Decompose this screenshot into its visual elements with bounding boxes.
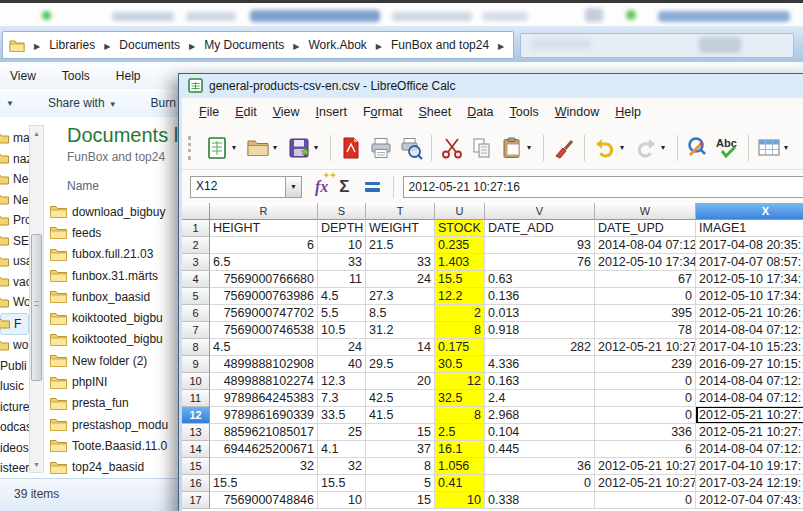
cell-S6[interactable]: 5.5 xyxy=(318,305,366,322)
cell-V8[interactable]: 282 xyxy=(485,339,595,356)
chevron-down-icon[interactable]: ▾ xyxy=(620,143,631,152)
cell-X2[interactable]: 2017-04-08 20:35: xyxy=(696,237,803,254)
chevron-down-icon[interactable]: ▾ xyxy=(784,143,795,152)
tree-item[interactable]: usa xyxy=(0,251,29,272)
row-header-8[interactable]: 8 xyxy=(182,339,210,356)
tree-item[interactable]: naz xyxy=(0,149,29,170)
tree-item[interactable]: Publi xyxy=(0,356,29,377)
cell-R5[interactable]: 7569000763986 xyxy=(210,288,318,305)
cell-V2[interactable]: 93 xyxy=(485,237,595,254)
cell-U4[interactable]: 15.5 xyxy=(435,271,485,288)
row-header-6[interactable]: 6 xyxy=(182,305,210,322)
cell-X11[interactable]: 2014-08-04 07:12: xyxy=(696,390,803,407)
cell-R11[interactable]: 9789864245383 xyxy=(210,390,318,407)
cell-T2[interactable]: 21.5 xyxy=(366,237,435,254)
cell-V5[interactable]: 0.136 xyxy=(485,288,595,305)
tree-item[interactable]: Wo xyxy=(0,292,29,313)
row-header-7[interactable]: 7 xyxy=(182,322,210,339)
calc-menu-help[interactable]: Help xyxy=(607,102,649,122)
search-box-blurred[interactable] xyxy=(520,33,794,58)
menu-view[interactable]: View xyxy=(10,69,36,83)
cell-X8[interactable]: 2017-04-10 15:23: xyxy=(696,339,803,356)
cell-T3[interactable]: 33 xyxy=(366,254,435,271)
cell-R3[interactable]: 6.5 xyxy=(210,254,318,271)
cell-V4[interactable]: 0.63 xyxy=(485,271,595,288)
cell-T13[interactable]: 15 xyxy=(366,424,435,441)
cell-S4[interactable]: 11 xyxy=(318,271,366,288)
cell-S5[interactable]: 4.5 xyxy=(318,288,366,305)
organize-button-cut-icon[interactable]: ▼ xyxy=(6,99,14,108)
breadcrumb-item[interactable]: Documents xyxy=(117,38,182,52)
scroll-down-icon[interactable]: ▼ xyxy=(30,457,43,472)
column-header-U[interactable]: U xyxy=(435,203,485,220)
cell-T16[interactable]: 5 xyxy=(366,475,435,492)
cell-T12[interactable]: 41.5 xyxy=(366,407,435,424)
cell-T6[interactable]: 8.5 xyxy=(366,305,435,322)
cell-T11[interactable]: 42.5 xyxy=(366,390,435,407)
cell-T15[interactable]: 8 xyxy=(366,458,435,475)
cell-S1[interactable]: DEPTH xyxy=(318,220,366,237)
cell-X16[interactable]: 2017-03-24 12:19: xyxy=(696,475,803,492)
calc-menu-insert[interactable]: Insert xyxy=(308,102,355,122)
menu-tools[interactable]: Tools xyxy=(62,69,90,83)
row-header-16[interactable]: 16 xyxy=(182,475,210,492)
formula-equals-icon[interactable] xyxy=(365,182,380,192)
cell-T10[interactable]: 20 xyxy=(366,373,435,390)
sum-icon[interactable]: Σ xyxy=(339,177,349,197)
paste-button[interactable] xyxy=(497,133,527,163)
row-header-5[interactable]: 5 xyxy=(182,288,210,305)
cell-R4[interactable]: 7569000766680 xyxy=(210,271,318,288)
cell-R17[interactable]: 7569000748846 xyxy=(210,492,318,509)
tree-item[interactable]: odcas xyxy=(0,417,29,438)
cell-S17[interactable]: 10 xyxy=(318,492,366,509)
chevron-down-icon[interactable]: ▾ xyxy=(527,143,538,152)
undo-button[interactable] xyxy=(590,133,620,163)
column-header-X[interactable]: X xyxy=(696,203,803,220)
tree-item[interactable]: ideos xyxy=(0,438,29,459)
column-header-V[interactable]: V xyxy=(485,203,595,220)
cell-R15[interactable]: 32 xyxy=(210,458,318,475)
cell-R10[interactable]: 4899888102274 xyxy=(210,373,318,390)
calc-menu-sheet[interactable]: Sheet xyxy=(410,102,459,122)
cell-U11[interactable]: 32.5 xyxy=(435,390,485,407)
calc-menu-data[interactable]: Data xyxy=(459,102,501,122)
row-header-13[interactable]: 13 xyxy=(182,424,210,441)
column-header-T[interactable]: T xyxy=(366,203,435,220)
cell-S2[interactable]: 10 xyxy=(318,237,366,254)
chevron-down-icon[interactable]: ▾ xyxy=(314,143,325,152)
cell-W2[interactable]: 2014-08-04 07:12:05 xyxy=(595,237,696,254)
function-wizard-icon[interactable]: fx✦✦ xyxy=(315,178,328,196)
cell-X14[interactable]: 2014-08-04 07:12: xyxy=(696,441,803,458)
calc-titlebar[interactable]: general-products-csv-en.csv - LibreOffic… xyxy=(179,74,803,97)
breadcrumb-item[interactable]: Work.Abok xyxy=(306,38,368,52)
cell-V14[interactable]: 0.445 xyxy=(485,441,595,458)
cell-R14[interactable]: 6944625200671 xyxy=(210,441,318,458)
cell-U2[interactable]: 0.235 xyxy=(435,237,485,254)
cell-V6[interactable]: 0.013 xyxy=(485,305,595,322)
row-header-1[interactable]: 1 xyxy=(182,220,210,237)
cell-V13[interactable]: 0.104 xyxy=(485,424,595,441)
row-header-15[interactable]: 15 xyxy=(182,458,210,475)
cell-R12[interactable]: 9789861690339 xyxy=(210,407,318,424)
cell-T5[interactable]: 27.3 xyxy=(366,288,435,305)
calc-menu-format[interactable]: Format xyxy=(355,102,411,122)
cell-U6[interactable]: 2 xyxy=(435,305,485,322)
cell-W9[interactable]: 239 xyxy=(595,356,696,373)
row-header-2[interactable]: 2 xyxy=(182,237,210,254)
row-header-17[interactable]: 17 xyxy=(182,492,210,509)
calc-menu-tools[interactable]: Tools xyxy=(502,102,547,122)
row-header-14[interactable]: 14 xyxy=(182,441,210,458)
cell-W13[interactable]: 336 xyxy=(595,424,696,441)
redo-button[interactable] xyxy=(631,133,661,163)
cell-R9[interactable]: 4899888102908 xyxy=(210,356,318,373)
cut-button[interactable] xyxy=(437,133,467,163)
cell-V9[interactable]: 4.336 xyxy=(485,356,595,373)
print-preview-button[interactable] xyxy=(396,133,426,163)
cell-W5[interactable]: 0 xyxy=(595,288,696,305)
cell-V16[interactable]: 0 xyxy=(485,475,595,492)
cell-U14[interactable]: 16.1 xyxy=(435,441,485,458)
cell-T4[interactable]: 24 xyxy=(366,271,435,288)
cell-S13[interactable]: 25 xyxy=(318,424,366,441)
cell-U10[interactable]: 12 xyxy=(435,373,485,390)
breadcrumb-item[interactable]: Libraries xyxy=(47,38,97,52)
